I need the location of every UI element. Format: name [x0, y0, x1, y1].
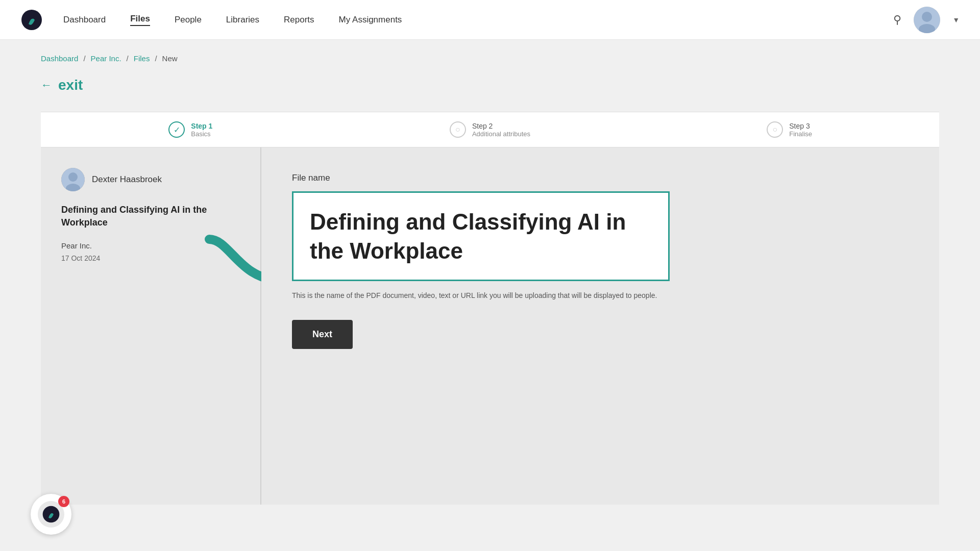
left-panel: Dexter Haasbroek Defining and Classifyin… [41, 147, 260, 505]
chevron-down-icon[interactable]: ▼ [952, 16, 960, 24]
step-3-info: Step 3 Finalise [789, 122, 812, 138]
avatar[interactable] [914, 7, 940, 33]
step-3: ○ Step 3 Finalise [640, 121, 939, 138]
notification-widget[interactable]: 6 [31, 494, 71, 535]
file-card-user: Dexter Haasbroek [61, 168, 240, 191]
step-1-info: Step 1 Basics [191, 122, 212, 138]
breadcrumb-dashboard[interactable]: Dashboard [41, 54, 78, 63]
breadcrumb-sep-3: / [155, 54, 157, 63]
svg-point-1 [30, 15, 34, 19]
exit-label: exit [58, 77, 83, 93]
notification-badge: 6 [58, 496, 69, 507]
nav-my-assignments[interactable]: My Assignments [339, 15, 402, 25]
step-1: ✓ Step 1 Basics [41, 121, 340, 138]
exit-button[interactable]: ← exit [41, 77, 939, 93]
nav-right: ⚲ ▼ [893, 7, 960, 33]
step-1-sublabel: Basics [191, 130, 212, 138]
back-arrow-icon: ← [41, 79, 52, 92]
step-2-sublabel: Additional attributes [472, 130, 530, 138]
breadcrumb-sep-1: / [83, 54, 85, 63]
nav-libraries[interactable]: Libraries [226, 15, 259, 25]
main-content: Dashboard / Pear Inc. / Files / New ← ex… [0, 40, 980, 505]
breadcrumb-new: New [162, 54, 178, 63]
nav-people[interactable]: People [175, 15, 202, 25]
user-avatar [61, 168, 85, 191]
breadcrumb-sep-2: / [127, 54, 129, 63]
step-2: ○ Step 2 Additional attributes [340, 121, 640, 138]
step-3-sublabel: Finalise [789, 130, 812, 138]
step-2-icon: ○ [450, 121, 466, 138]
step-1-label: Step 1 [191, 122, 212, 130]
svg-point-6 [68, 172, 78, 182]
search-icon[interactable]: ⚲ [893, 13, 901, 27]
next-button[interactable]: Next [292, 320, 353, 349]
step-3-icon: ○ [767, 121, 783, 138]
step-1-icon: ✓ [168, 121, 185, 138]
field-hint: This is the name of the PDF document, vi… [292, 291, 909, 299]
nav-dashboard[interactable]: Dashboard [63, 15, 106, 25]
nav-files[interactable]: Files [130, 14, 150, 26]
svg-point-3 [922, 12, 932, 22]
navbar: Dashboard Files People Libraries Reports… [0, 0, 980, 40]
nav-reports[interactable]: Reports [284, 15, 314, 25]
breadcrumb-org[interactable]: Pear Inc. [91, 54, 121, 63]
breadcrumb: Dashboard / Pear Inc. / Files / New [41, 54, 939, 63]
nav-links: Dashboard Files People Libraries Reports… [63, 14, 893, 26]
lower-area: Dexter Haasbroek Defining and Classifyin… [41, 147, 939, 505]
step-3-label: Step 3 [789, 122, 812, 130]
right-panel: File name Defining and Classifying AI in… [261, 147, 939, 505]
file-title: Defining and Classifying AI in the Workp… [61, 204, 240, 229]
field-label: File name [292, 173, 909, 183]
app-logo[interactable] [20, 9, 43, 31]
svg-point-10 [50, 510, 53, 514]
step-2-info: Step 2 Additional attributes [472, 122, 530, 138]
file-name-value: Defining and Classifying AI in the Workp… [310, 207, 652, 265]
file-name-display[interactable]: Defining and Classifying AI in the Workp… [292, 191, 670, 281]
stepper: ✓ Step 1 Basics ○ Step 2 Additional attr… [41, 112, 939, 147]
user-name: Dexter Haasbroek [92, 174, 162, 185]
step-2-label: Step 2 [472, 122, 530, 130]
breadcrumb-files[interactable]: Files [134, 54, 150, 63]
